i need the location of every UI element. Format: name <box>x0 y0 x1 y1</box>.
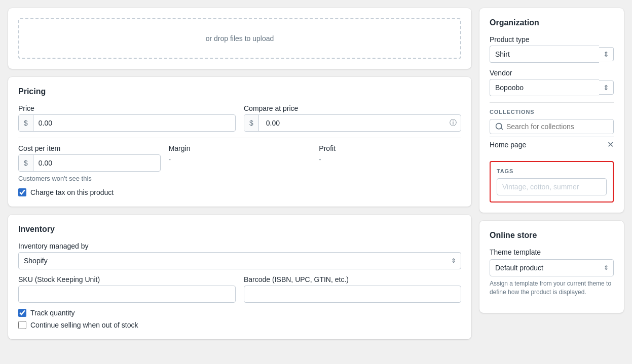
vendor-field: Vendor ⇕ <box>490 69 614 96</box>
sku-label: SKU (Stock Keeping Unit) <box>18 275 236 284</box>
compare-label: Compare at price <box>244 104 461 112</box>
theme-template-select-wrap: Default product <box>490 259 614 276</box>
collections-search-input[interactable] <box>506 123 608 131</box>
theme-template-label: Theme template <box>490 248 614 256</box>
continue-selling-checkbox[interactable] <box>18 321 26 329</box>
cost-label: Cost per item <box>18 144 161 152</box>
sku-group: SKU (Stock Keeping Unit) <box>18 275 236 303</box>
vendor-select-wrap: ⇕ <box>490 79 614 96</box>
price-prefix: $ <box>19 115 33 131</box>
price-input-wrap: $ <box>18 114 236 132</box>
tax-checkbox-row: Charge tax on this product <box>18 188 461 196</box>
profit-label: Profit <box>319 144 461 152</box>
price-group: Price $ <box>18 104 236 132</box>
price-label: Price <box>18 104 236 112</box>
continue-selling-checkbox-row: Continue selling when out of stock <box>18 321 461 329</box>
collections-search-wrap[interactable] <box>490 119 614 134</box>
theme-template-field: Theme template Default product Assign a … <box>490 248 614 297</box>
cost-prefix: $ <box>19 155 33 171</box>
compare-prefix: $ <box>244 115 259 131</box>
cost-input[interactable] <box>33 155 160 171</box>
tags-section: TAGS <box>490 161 614 203</box>
theme-template-select[interactable]: Default product <box>490 259 614 276</box>
tags-input[interactable] <box>497 178 607 195</box>
profit-group: Profit - <box>319 144 461 182</box>
collections-label: COLLECTIONS <box>490 109 614 115</box>
product-type-field: Product type ⇕ <box>490 35 614 63</box>
theme-helper-text: Assign a template from your current them… <box>490 279 614 297</box>
inventory-title: Inventory <box>18 225 461 234</box>
barcode-group: Barcode (ISBN, UPC, GTIN, etc.) <box>244 275 461 303</box>
search-icon <box>495 123 503 131</box>
vendor-label: Vendor <box>490 69 614 77</box>
margin-group: Margin - <box>169 144 311 182</box>
vendor-input[interactable] <box>490 79 599 96</box>
profit-value: - <box>319 155 461 163</box>
product-type-input[interactable] <box>490 46 599 63</box>
barcode-label: Barcode (ISBN, UPC, GTIN, etc.) <box>244 275 461 284</box>
product-type-label: Product type <box>490 35 614 44</box>
track-label[interactable]: Track quantity <box>30 309 75 317</box>
tags-label: TAGS <box>497 168 607 174</box>
tax-label[interactable]: Charge tax on this product <box>30 188 114 196</box>
margin-value: - <box>169 155 311 163</box>
product-type-select-wrap: ⇕ <box>490 46 614 63</box>
cost-group: Cost per item $ Customers won't see this <box>18 144 161 182</box>
cost-hint: Customers won't see this <box>18 175 161 182</box>
drop-text: or drop files to upload <box>206 34 274 43</box>
barcode-input[interactable] <box>244 286 461 303</box>
sku-input[interactable] <box>18 286 236 303</box>
compare-input[interactable] <box>261 115 448 131</box>
pricing-card: Pricing Price $ Compare at price $ ⓘ <box>8 77 471 207</box>
managed-by-label: Inventory managed by <box>18 242 461 250</box>
collection-tag-label: Home page <box>490 141 526 149</box>
collections-section: COLLECTIONS Home page ✕ <box>490 109 614 153</box>
online-store-title: Online store <box>490 231 614 240</box>
inventory-card: Inventory Inventory managed by Shopify S… <box>8 215 471 339</box>
compare-input-wrap: $ ⓘ <box>244 114 461 132</box>
track-checkbox[interactable] <box>18 309 26 317</box>
upload-card: or drop files to upload <box>8 8 471 69</box>
organization-title: Organization <box>490 18 614 27</box>
cost-input-wrap: $ <box>18 154 161 172</box>
organization-card: Organization Product type ⇕ Vendor ⇕ <box>479 8 624 213</box>
pricing-title: Pricing <box>18 87 461 96</box>
compare-price-group: Compare at price $ ⓘ <box>244 104 461 132</box>
tax-checkbox[interactable] <box>18 188 26 196</box>
margin-label: Margin <box>169 144 311 152</box>
managed-by-select[interactable]: Shopify <box>18 252 461 269</box>
collection-tag-homepage: Home page ✕ <box>490 136 614 153</box>
price-input[interactable] <box>33 115 235 131</box>
track-checkbox-row: Track quantity <box>18 309 461 317</box>
vendor-stepper[interactable]: ⇕ <box>599 80 614 95</box>
remove-collection-button[interactable]: ✕ <box>607 141 614 149</box>
managed-by-select-wrap: Shopify <box>18 252 461 269</box>
managed-by-group: Inventory managed by Shopify <box>18 242 461 269</box>
drop-zone[interactable]: or drop files to upload <box>18 18 461 59</box>
continue-label[interactable]: Continue selling when out of stock <box>30 321 138 329</box>
product-type-stepper[interactable]: ⇕ <box>599 47 614 61</box>
help-icon[interactable]: ⓘ <box>450 118 457 128</box>
online-store-card: Online store Theme template Default prod… <box>479 221 624 313</box>
